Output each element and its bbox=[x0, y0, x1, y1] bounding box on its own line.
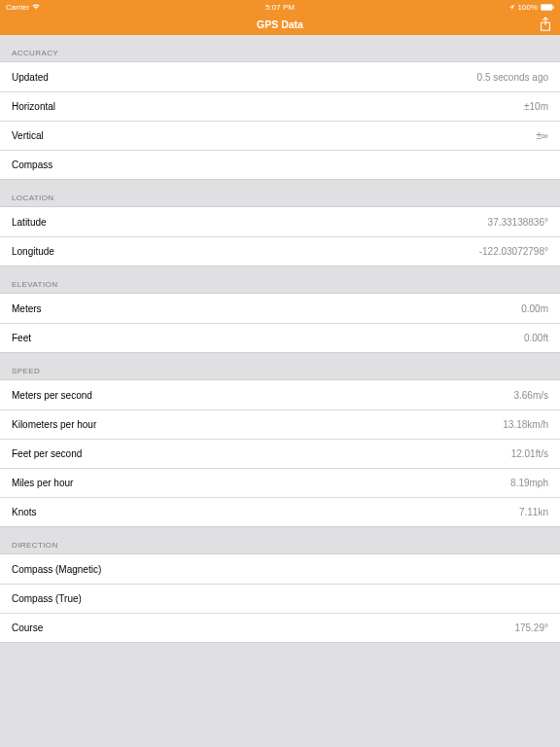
row-value: ±∞ bbox=[536, 130, 548, 141]
row-value: ±10m bbox=[524, 101, 548, 112]
row-label: Knots bbox=[12, 507, 37, 517]
nav-bar: GPS Data bbox=[0, 14, 560, 35]
section-header-accuracy: ACCURACY bbox=[0, 35, 560, 61]
svg-rect-0 bbox=[541, 4, 552, 10]
status-bar: Carrier 5:07 PM 100% bbox=[0, 0, 560, 14]
row-fps[interactable]: Feet per second 12.01ft/s bbox=[0, 439, 560, 468]
wifi-icon bbox=[32, 4, 40, 10]
row-value: 8.19mph bbox=[510, 478, 548, 488]
battery-icon bbox=[541, 4, 554, 11]
row-label: Feet bbox=[12, 333, 31, 343]
row-compass-true[interactable]: Compass (True) bbox=[0, 584, 560, 613]
row-value: 175.29° bbox=[514, 622, 548, 633]
row-feet[interactable]: Feet 0.00ft bbox=[0, 323, 560, 352]
row-value: 13.18km/h bbox=[503, 419, 548, 430]
section-direction: Compass (Magnetic) Compass (True) Course… bbox=[0, 553, 560, 643]
row-longitude[interactable]: Longitude -122.03072798° bbox=[0, 236, 560, 266]
row-course[interactable]: Course 175.29° bbox=[0, 613, 560, 642]
row-label: Compass bbox=[12, 160, 52, 170]
row-value: 37.33138836° bbox=[488, 217, 548, 228]
row-knots[interactable]: Knots 7.11kn bbox=[0, 497, 560, 526]
row-label: Vertical bbox=[12, 130, 44, 141]
row-value: 0.5 seconds ago bbox=[477, 72, 548, 83]
section-speed: Meters per second 3.66m/s Kilometers per… bbox=[0, 379, 560, 527]
battery-percent: 100% bbox=[518, 3, 538, 12]
settings-list[interactable]: ACCURACY Updated 0.5 seconds ago Horizon… bbox=[0, 35, 560, 643]
row-horizontal[interactable]: Horizontal ±10m bbox=[0, 91, 560, 121]
section-header-direction: DIRECTION bbox=[0, 527, 560, 553]
status-right: 100% bbox=[508, 3, 554, 12]
share-button[interactable] bbox=[539, 17, 552, 32]
row-value: 3.66m/s bbox=[513, 390, 548, 401]
row-label: Compass (Magnetic) bbox=[12, 564, 101, 575]
section-location: Latitude 37.33138836° Longitude -122.030… bbox=[0, 206, 560, 267]
row-label: Kilometers per hour bbox=[12, 419, 96, 430]
row-value: -122.03072798° bbox=[479, 246, 548, 257]
section-header-speed: SPEED bbox=[0, 353, 560, 379]
row-vertical[interactable]: Vertical ±∞ bbox=[0, 121, 560, 150]
row-value: 12.01ft/s bbox=[511, 448, 548, 459]
row-compass-accuracy[interactable]: Compass bbox=[0, 150, 560, 179]
row-label: Compass (True) bbox=[12, 593, 82, 604]
row-kmh[interactable]: Kilometers per hour 13.18km/h bbox=[0, 409, 560, 439]
section-header-location: LOCATION bbox=[0, 180, 560, 206]
row-label: Updated bbox=[12, 72, 49, 83]
row-meters[interactable]: Meters 0.00m bbox=[0, 294, 560, 323]
svg-rect-1 bbox=[552, 5, 553, 8]
row-label: Longitude bbox=[12, 246, 54, 257]
section-header-elevation: ELEVATION bbox=[0, 267, 560, 293]
row-value: 7.11kn bbox=[519, 507, 548, 517]
row-label: Feet per second bbox=[12, 448, 82, 459]
row-label: Latitude bbox=[12, 217, 47, 228]
row-label: Horizontal bbox=[12, 101, 55, 112]
section-accuracy: Updated 0.5 seconds ago Horizontal ±10m … bbox=[0, 61, 560, 180]
row-value: 0.00ft bbox=[524, 333, 548, 343]
status-left: Carrier bbox=[6, 3, 40, 12]
row-compass-magnetic[interactable]: Compass (Magnetic) bbox=[0, 554, 560, 584]
row-latitude[interactable]: Latitude 37.33138836° bbox=[0, 207, 560, 236]
page-title: GPS Data bbox=[257, 18, 303, 30]
status-time: 5:07 PM bbox=[265, 3, 295, 12]
row-updated[interactable]: Updated 0.5 seconds ago bbox=[0, 62, 560, 91]
location-services-icon bbox=[508, 4, 515, 11]
row-label: Meters per second bbox=[12, 390, 92, 401]
row-label: Miles per hour bbox=[12, 478, 73, 488]
row-label: Course bbox=[12, 622, 43, 633]
section-elevation: Meters 0.00m Feet 0.00ft bbox=[0, 293, 560, 353]
row-label: Meters bbox=[12, 303, 42, 314]
carrier-label: Carrier bbox=[6, 3, 29, 12]
row-value: 0.00m bbox=[521, 303, 548, 314]
row-mps[interactable]: Meters per second 3.66m/s bbox=[0, 380, 560, 409]
row-mph[interactable]: Miles per hour 8.19mph bbox=[0, 468, 560, 497]
